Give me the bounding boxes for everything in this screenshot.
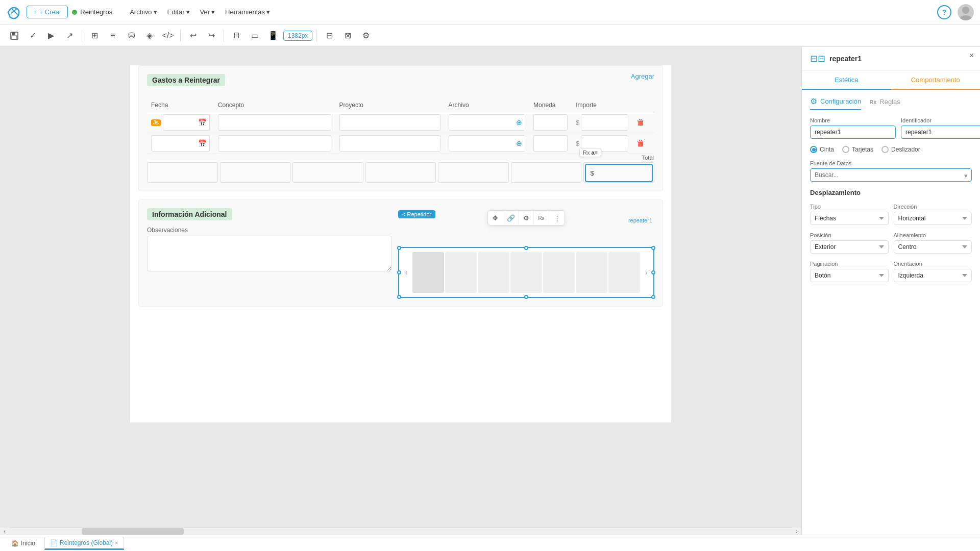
importe-input-1[interactable] — [581, 114, 629, 131]
agregar-button[interactable]: Agregar — [631, 72, 654, 80]
proyecto-input-2[interactable] — [339, 135, 440, 152]
posicion-select[interactable]: Exterior — [810, 240, 889, 254]
menu-ver[interactable]: Ver ▾ — [195, 8, 220, 16]
next-arrow[interactable]: › — [641, 267, 651, 278]
components-button[interactable]: ⊞ — [86, 28, 103, 44]
concepto-input-2[interactable] — [218, 135, 331, 152]
play-button[interactable]: ▶ — [43, 28, 59, 44]
layers-button[interactable]: ≡ — [105, 28, 121, 44]
editor-toolbar: ✓ ▶ ↗ ⊞ ≡ ⛁ ◈ </> ↩ ↪ 🖥 ▭ 📱 1382px ⊟ ⊠ ⚙ — [0, 24, 980, 47]
proyecto-input-1[interactable] — [339, 114, 440, 131]
repeater-container[interactable]: ‹ › — [398, 247, 654, 298]
hscrollbar[interactable] — [0, 528, 801, 535]
radio-cinta[interactable]: Cinta — [810, 146, 834, 153]
delete-row-1[interactable]: 🗑 — [636, 118, 645, 127]
radio-tarjetas[interactable]: Tarjetas — [842, 146, 873, 153]
tipo-select[interactable]: Flechas — [810, 212, 889, 225]
settings-button[interactable]: ⚙ — [358, 28, 374, 44]
menu-herramientas[interactable]: Herramientas ▾ — [220, 8, 275, 16]
rx-icon[interactable]: Rx — [534, 211, 549, 225]
repeater-card-7[interactable] — [608, 252, 640, 293]
canvas-area[interactable]: Gastos a Reintegrar Agregar Fecha Concep… — [0, 47, 801, 551]
tab-home[interactable]: 🏠 Inicio — [6, 538, 40, 549]
nombre-input[interactable] — [810, 126, 896, 139]
grid-button[interactable]: ⊟ — [321, 28, 337, 44]
scroll-right-button[interactable]: › — [792, 528, 801, 535]
moneda-input-1[interactable] — [533, 114, 568, 131]
upload-icon-1[interactable]: ⊕ — [516, 118, 522, 127]
tablet-view[interactable]: ▭ — [247, 28, 263, 44]
tab-estetica[interactable]: Estética — [802, 71, 891, 90]
save-button[interactable] — [6, 28, 22, 44]
handle-br[interactable] — [651, 295, 655, 299]
subtab-reglas[interactable]: Rx Reglas — [869, 96, 900, 110]
repeater-badge[interactable]: < Repetidor — [398, 210, 435, 218]
archivo-input-1[interactable] — [449, 114, 525, 131]
handle-tl[interactable] — [397, 246, 401, 250]
handle-ml[interactable] — [397, 270, 401, 274]
handle-bl[interactable] — [397, 295, 401, 299]
fuente-input[interactable] — [810, 168, 972, 182]
more-icon[interactable]: ⋮ — [549, 211, 565, 225]
undo-button[interactable]: ↩ — [185, 28, 201, 44]
user-avatar[interactable] — [958, 4, 974, 20]
obs-textarea[interactable] — [147, 236, 392, 271]
layout-button[interactable]: ⊠ — [339, 28, 356, 44]
move-icon[interactable]: ✥ — [488, 211, 503, 225]
id-input[interactable] — [901, 126, 980, 139]
pos-align-row: Posición Exterior Alineamiento Centro — [810, 232, 972, 254]
tab-reintegros[interactable]: 📄 Reintegros (Global) × — [44, 537, 124, 550]
repeater-card-2[interactable] — [445, 252, 477, 293]
handle-bc[interactable] — [524, 295, 528, 299]
export-button[interactable]: ↗ — [61, 28, 78, 44]
calendar-icon-1[interactable]: 📅 — [198, 118, 207, 127]
bottom-cell-2 — [220, 162, 291, 183]
moneda-input-2[interactable] — [533, 135, 568, 152]
tab-comportamiento[interactable]: Comportamiento — [891, 71, 981, 90]
subtab-configuracion[interactable]: ⚙ Configuración — [810, 96, 861, 110]
schema-button[interactable]: ◈ — [141, 28, 158, 44]
repeater-card-5[interactable] — [543, 252, 575, 293]
redo-button[interactable]: ↪ — [203, 28, 219, 44]
check-button[interactable]: ✓ — [24, 28, 41, 44]
direccion-label: Dirección — [894, 204, 972, 210]
px-display[interactable]: 1382px — [283, 31, 312, 41]
handle-tr[interactable] — [651, 246, 655, 250]
calendar-icon-2[interactable]: 📅 — [198, 139, 207, 147]
panel-close-button[interactable]: × — [969, 51, 974, 60]
info-inner: Observaciones ✥ 🔗 ⚙ Rx ⋮ — [147, 227, 654, 298]
upload-icon-2[interactable]: ⊕ — [516, 139, 522, 147]
desktop-view[interactable]: 🖥 — [228, 28, 244, 44]
concepto-input-1[interactable] — [218, 114, 331, 131]
repeater-card-1[interactable] — [412, 252, 444, 293]
alineamiento-select[interactable]: Centro — [894, 240, 972, 254]
code-button[interactable]: </> — [160, 28, 176, 44]
scroll-left-button[interactable]: ‹ — [0, 528, 9, 535]
prev-arrow[interactable]: ‹ — [401, 267, 411, 278]
archivo-input-2[interactable] — [449, 135, 525, 152]
radio-deslizador[interactable]: Deslizador — [881, 146, 920, 153]
radio-tarjetas-circle — [842, 146, 849, 153]
delete-row-2[interactable]: 🗑 — [636, 139, 645, 147]
help-button[interactable]: ? — [937, 5, 951, 19]
direccion-select[interactable]: Horizontal — [894, 212, 972, 225]
handle-mr[interactable] — [651, 270, 655, 274]
menu-archivo[interactable]: Archivo ▾ — [125, 8, 162, 16]
mobile-view[interactable]: 📱 — [265, 28, 281, 44]
settings-icon[interactable]: ⚙ — [519, 211, 534, 225]
radio-deslizador-circle — [881, 146, 889, 153]
tab-close-button[interactable]: × — [115, 540, 118, 546]
menu-editar[interactable]: Editar ▾ — [162, 8, 195, 16]
sub-tabs: ⚙ Configuración Rx Reglas — [810, 96, 972, 110]
database-button[interactable]: ⛁ — [123, 28, 139, 44]
paginacion-select[interactable]: Botón — [810, 269, 889, 282]
orientacion-select[interactable]: Izquierda — [894, 269, 972, 282]
create-button[interactable]: + + Crear — [27, 6, 68, 18]
repeater-card-4[interactable] — [510, 252, 542, 293]
hscrollbar-thumb[interactable] — [82, 528, 184, 535]
handle-tc[interactable] — [524, 246, 528, 250]
repeater-card-6[interactable] — [576, 252, 607, 293]
direccion-group: Dirección Horizontal — [894, 204, 972, 225]
link-icon[interactable]: 🔗 — [503, 211, 519, 225]
repeater-card-3[interactable] — [478, 252, 509, 293]
